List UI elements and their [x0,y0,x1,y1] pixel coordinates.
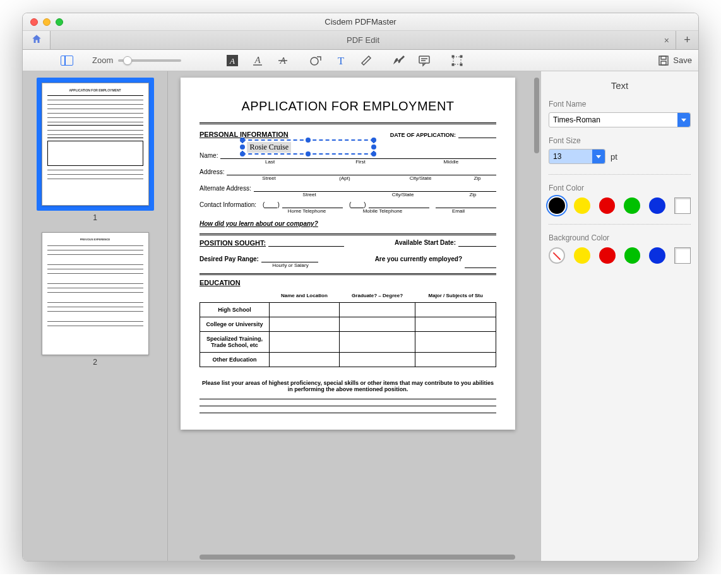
document-tab[interactable]: PDF Edit × [51,31,676,49]
window-controls [23,18,63,26]
selection-icon[interactable] [450,54,464,68]
svg-rect-18 [661,61,666,65]
text-box[interactable]: Rosie Cruise [247,142,291,153]
separator [549,174,691,175]
font-color-label: Font Color [549,184,691,192]
underline-icon[interactable]: A [251,54,265,68]
font-size-select[interactable]: 13 [549,149,605,164]
font-name-select[interactable]: Times-Roman [549,112,691,127]
save-label: Save [673,56,692,65]
select-tools [450,54,464,68]
thumbnail-preview: PREVIOUS EXPERIENCE [42,232,149,355]
tab-label: PDF Edit [347,35,379,45]
inspector-panel: Text Font Name Times-Roman Font Size 13 … [540,71,698,561]
zoom-slider[interactable] [118,59,181,62]
font-color-row [549,197,691,214]
color-swatch-none[interactable] [549,247,565,264]
tab-bar: PDF Edit × + [23,31,698,50]
text-selection-box[interactable]: Rosie Cruise [242,139,374,155]
svg-rect-12 [452,56,454,57]
thumbnail-panel: APPLICATION FOR EMPLOYMENT 1 PREVIOUS EX… [23,71,168,561]
bg-color-label: Background Color [549,233,691,242]
zoom-thumb[interactable] [123,56,132,65]
color-custom-button[interactable] [674,197,691,214]
color-swatch-blue[interactable] [649,197,665,214]
home-icon [31,33,42,47]
maximize-window-button[interactable] [56,18,63,26]
color-swatch-yellow[interactable] [574,197,590,214]
svg-rect-15 [460,64,462,66]
svg-text:A: A [254,55,261,65]
svg-rect-16 [659,56,668,65]
titlebar: Cisdem PDFMaster [23,13,698,31]
text-tool-icon[interactable]: T [334,54,348,68]
font-name-label: Font Name [549,100,691,109]
home-tab[interactable] [23,31,51,49]
pencil-icon[interactable] [359,54,373,68]
text-tools: A A A [225,54,290,68]
color-swatch-green[interactable] [624,247,641,264]
zoom-control: Zoom [92,56,181,65]
pdf-page: APPLICATION FOR EMPLOYMENT PERSONAL INFO… [181,78,515,430]
color-swatch-green[interactable] [624,197,640,214]
toolbar: Zoom A A A T Save [23,50,698,71]
svg-rect-14 [452,64,454,66]
font-size-unit: pt [611,152,617,162]
thumbnail-number: 1 [93,213,97,222]
window-title: Cisdem PDFMaster [325,17,396,26]
save-button[interactable]: Save [658,55,692,66]
color-swatch-yellow[interactable] [574,247,590,264]
section-personal: PERSONAL INFORMATION [200,131,289,138]
chevron-down-icon [677,113,690,127]
svg-rect-13 [460,56,462,57]
text-style-icon[interactable]: A [225,54,239,68]
close-tab-button[interactable]: × [664,35,669,45]
toggle-sidebar-icon[interactable] [61,56,73,66]
annotate-tools: T [309,54,373,68]
separator [549,224,691,225]
zoom-label: Zoom [92,56,113,65]
thumbnail-page-2[interactable]: PREVIOUS EXPERIENCE 2 [23,232,167,367]
main-area: APPLICATION FOR EMPLOYMENT 1 PREVIOUS EX… [23,71,698,561]
chevron-down-icon [592,150,605,163]
shape-icon[interactable] [309,54,323,68]
sign-tools [392,54,431,68]
font-size-label: Font Size [549,136,691,145]
signature-icon[interactable] [392,54,406,68]
svg-rect-17 [661,56,666,59]
save-icon [658,55,669,66]
doc-title: APPLICATION FOR EMPLOYMENT [200,99,496,114]
svg-text:A: A [229,56,235,66]
horizontal-scrollbar[interactable] [200,555,515,560]
svg-text:T: T [338,55,345,67]
bg-color-row [549,247,691,264]
comment-icon[interactable] [417,54,431,68]
svg-rect-8 [419,56,429,63]
color-swatch-red[interactable] [599,197,616,214]
color-swatch-blue[interactable] [649,247,665,264]
svg-rect-11 [453,57,461,64]
strikethrough-icon[interactable]: A [276,54,290,68]
thumbnail-preview: APPLICATION FOR EMPLOYMENT [42,83,149,206]
education-table: Name and Location Graduate? – Degree? Ma… [200,289,496,367]
close-window-button[interactable] [30,18,38,26]
thumbnail-page-1[interactable]: APPLICATION FOR EMPLOYMENT 1 [23,78,167,222]
document-canvas[interactable]: APPLICATION FOR EMPLOYMENT PERSONAL INFO… [168,71,540,561]
inspector-title: Text [549,80,691,91]
minimize-window-button[interactable] [43,18,51,26]
app-window: Cisdem PDFMaster PDF Edit × + Zoom A A A… [22,13,699,562]
new-tab-button[interactable]: + [676,31,698,49]
color-custom-button[interactable] [674,247,691,264]
color-swatch-black[interactable] [549,197,565,214]
svg-point-6 [311,57,318,65]
color-swatch-red[interactable] [599,247,616,264]
divider [200,122,496,124]
thumbnail-number: 2 [93,358,97,367]
